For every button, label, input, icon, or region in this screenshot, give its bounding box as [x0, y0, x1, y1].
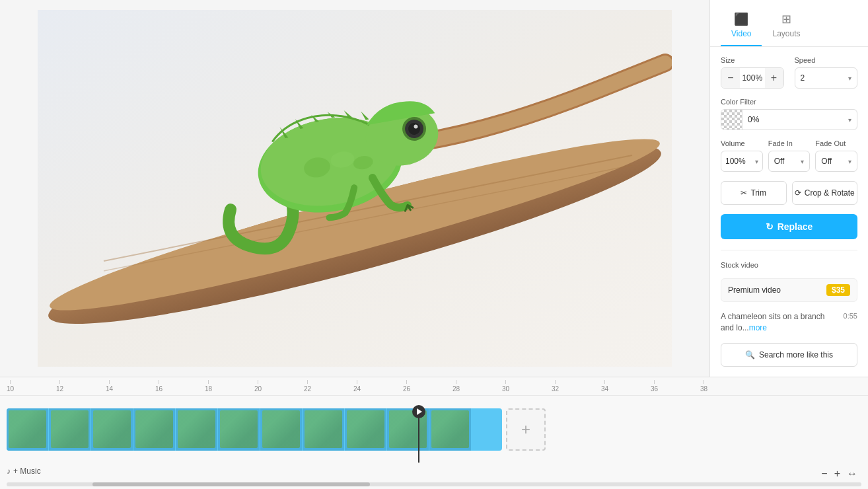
ruler-tick-38: 38	[700, 380, 707, 393]
size-speed-row: Size − 100% + Speed 2 ▾	[721, 56, 857, 89]
ruler-tick-26: 26	[403, 380, 410, 393]
speed-select[interactable]: 2 ▾	[795, 67, 858, 89]
tab-layouts-label: Layouts	[772, 29, 800, 38]
track-thumb-5	[176, 408, 218, 451]
panel-content: Size − 100% + Speed 2 ▾ Color	[710, 47, 868, 376]
add-icon: +	[521, 420, 530, 439]
scrollbar-row	[0, 480, 868, 489]
size-group: Size − 100% +	[721, 56, 784, 89]
fade-in-label: Fade In	[768, 139, 811, 147]
fade-out-select[interactable]: Off ▾	[815, 151, 857, 172]
ruler-tick-18: 18	[205, 380, 212, 393]
crop-icon: ⟳	[795, 188, 801, 198]
color-filter-control[interactable]: 0% ▾	[721, 109, 857, 130]
trim-icon: ✂	[741, 188, 747, 198]
ruler-tick-36: 36	[651, 380, 658, 393]
replace-label: Replace	[778, 221, 813, 232]
chameleon-scene	[38, 10, 672, 367]
fade-in-group: Fade In Off ▾	[768, 139, 811, 172]
color-filter-arrow: ▾	[848, 116, 857, 124]
crop-rotate-button[interactable]: ⟳ Crop & Rotate	[792, 181, 858, 205]
video-canvas	[38, 10, 672, 367]
size-value: 100%	[740, 73, 765, 83]
crop-rotate-label: Crop & Rotate	[805, 188, 855, 198]
music-row: ♪ + Music	[0, 463, 868, 480]
color-swatch	[721, 110, 742, 130]
search-more-label: Search more like this	[759, 350, 833, 359]
music-icon: ♪	[7, 467, 11, 476]
zoom-out-button[interactable]: −	[821, 468, 827, 480]
speed-value: 2	[801, 73, 805, 83]
timeline-ruler: 10 12 14 16 18 20 22 24	[0, 377, 868, 396]
search-more-button[interactable]: 🔍 Search more like this	[721, 343, 857, 367]
timeline-tracks: +	[0, 396, 868, 463]
volume-fade-row: Volume 100% ▾ Fade In Off ▾ Fade Out	[721, 139, 857, 172]
fade-out-group: Fade Out Off ▾	[815, 139, 857, 172]
track-thumb-8	[303, 408, 345, 451]
music-label: + Music	[13, 467, 41, 476]
zoom-controls: − + ↔	[821, 468, 857, 480]
add-music-button[interactable]: ♪ + Music	[7, 467, 41, 476]
speed-arrow: ▾	[848, 75, 851, 82]
more-link[interactable]: more	[749, 323, 767, 332]
divider-1	[721, 250, 857, 250]
trim-label: Trim	[750, 188, 766, 198]
track-thumb-7	[260, 408, 303, 451]
fade-in-arrow: ▾	[801, 158, 804, 165]
ruler-marks: 10 12 14 16 18 20 22 24	[7, 377, 861, 395]
fade-in-value: Off	[774, 157, 785, 166]
track-thumb-4	[133, 408, 176, 451]
size-plus-button[interactable]: +	[765, 68, 783, 88]
color-filter-group: Color Filter 0% ▾	[721, 98, 857, 130]
playhead-handle[interactable]	[412, 405, 425, 418]
volume-arrow: ▾	[755, 158, 758, 165]
size-minus-button[interactable]: −	[721, 68, 740, 88]
video-tab-icon: ⬛	[734, 12, 748, 26]
color-filter-label: Color Filter	[721, 98, 857, 106]
size-label: Size	[721, 56, 784, 64]
description-row: A chameleon sits on a branch and lo...mo…	[721, 311, 857, 334]
ruler-tick-32: 32	[552, 380, 559, 393]
zoom-fit-button[interactable]: ↔	[847, 468, 857, 480]
track-thumb-11	[429, 408, 472, 451]
search-icon: 🔍	[745, 350, 755, 359]
speed-group: Speed 2 ▾	[795, 56, 858, 89]
zoom-in-button[interactable]: +	[834, 468, 840, 480]
track-thumb-1	[7, 408, 49, 451]
color-filter-value: 0%	[742, 115, 848, 124]
ruler-tick-28: 28	[452, 380, 460, 393]
scrollbar-track[interactable]	[7, 482, 861, 486]
tab-layouts[interactable]: ⊞ Layouts	[762, 8, 811, 46]
tab-video-label: Video	[731, 29, 751, 38]
playhead[interactable]	[418, 414, 419, 463]
fade-out-arrow: ▾	[848, 158, 851, 165]
trim-button[interactable]: ✂ Trim	[721, 181, 787, 205]
track-thumb-2	[49, 408, 91, 451]
tab-video[interactable]: ⬛ Video	[721, 8, 762, 46]
stock-description: A chameleon sits on a branch and lo...mo…	[721, 311, 838, 334]
fade-in-select[interactable]: Off ▾	[768, 151, 811, 172]
timeline-area: 10 12 14 16 18 20 22 24	[0, 377, 868, 489]
ruler-tick-14: 14	[106, 380, 113, 393]
right-panel: ⬛ Video ⊞ Layouts Size − 100% +	[709, 0, 868, 377]
trim-crop-row: ✂ Trim ⟳ Crop & Rotate	[721, 181, 857, 205]
stock-title: Premium video	[728, 285, 781, 295]
ruler-tick-30: 30	[502, 380, 509, 393]
ruler-tick-24: 24	[353, 380, 361, 393]
ruler-tick-22: 22	[304, 380, 311, 393]
volume-group: Volume 100% ▾	[721, 139, 763, 172]
track-thumb-3	[91, 408, 133, 451]
video-track[interactable]	[7, 408, 502, 451]
volume-label: Volume	[721, 139, 763, 147]
replace-button[interactable]: ↻ Replace	[721, 214, 857, 239]
track-thumbnails	[7, 408, 502, 451]
volume-select[interactable]: 100% ▾	[721, 151, 763, 172]
speed-label: Speed	[795, 56, 858, 64]
price-badge: $35	[826, 284, 850, 296]
track-thumb-9	[345, 408, 387, 451]
fade-out-label: Fade Out	[815, 139, 857, 147]
add-clip-button[interactable]: +	[506, 408, 546, 451]
scrollbar-thumb[interactable]	[92, 482, 370, 486]
stock-row: Premium video $35	[721, 278, 857, 302]
stock-duration: 0:55	[844, 311, 857, 321]
